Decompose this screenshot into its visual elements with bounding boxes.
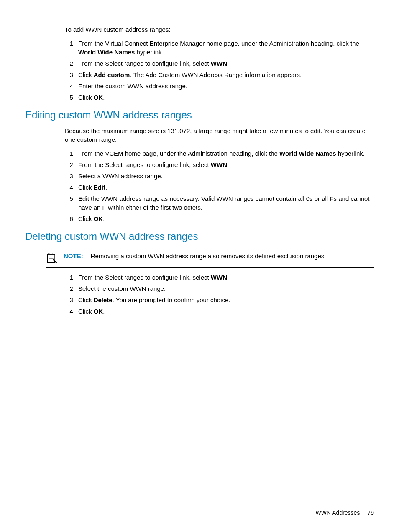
list-item: Click Delete. You are prompted to confir…	[65, 296, 374, 304]
list-item: Click Edit.	[65, 183, 374, 192]
step-text: Click	[78, 308, 94, 315]
list-item: Click OK.	[65, 307, 374, 316]
note-icon	[46, 252, 58, 264]
section1-intro: Because the maximum range size is 131,07…	[65, 126, 374, 144]
step-bold: WWN	[211, 161, 227, 168]
list-item: Edit the WWN address range as necessary.…	[65, 194, 374, 212]
step-bold: World Wide Names	[279, 150, 336, 157]
list-item: From the Select ranges to configure link…	[65, 273, 374, 282]
list-item: Select the custom WWN range.	[65, 284, 374, 293]
note-text: Removing a custom WWN address range also…	[91, 252, 326, 260]
note-content: NOTE:Removing a custom WWN address range…	[64, 252, 374, 260]
step-post: .	[103, 215, 105, 222]
step-bold: OK	[94, 94, 103, 101]
list-item: From the Virtual Connect Enterprise Mana…	[65, 39, 374, 57]
step-text: Click	[78, 184, 94, 191]
section0-steps: From the Virtual Connect Enterprise Mana…	[65, 39, 374, 102]
step-post: .	[103, 308, 105, 315]
step-text: Edit the WWN address range as necessary.…	[78, 195, 369, 211]
step-text: Click	[78, 215, 94, 222]
list-item: Enter the custom WWN address range.	[65, 82, 374, 90]
list-item: Click Add custom. The Add Custom WWN Add…	[65, 70, 374, 79]
step-text: Click	[78, 71, 94, 78]
step-bold: OK	[94, 308, 103, 315]
section1-steps: From the VCEM home page, under the Admin…	[65, 149, 374, 223]
footer-section-title: WWN Addresses	[316, 509, 360, 516]
list-item: Click OK.	[65, 214, 374, 223]
list-item: Select a WWN address range.	[65, 172, 374, 180]
step-text: From the VCEM home page, under the Admin…	[78, 150, 279, 157]
footer-page-number: 79	[367, 509, 374, 516]
step-text: From the Select ranges to configure link…	[78, 161, 211, 168]
svg-rect-0	[48, 254, 55, 262]
section0-intro: To add WWN custom address ranges:	[65, 25, 374, 34]
step-post: .	[103, 94, 105, 101]
list-item: From the Select ranges to configure link…	[65, 160, 374, 169]
step-post: . The Add Custom WWN Address Range infor…	[130, 71, 302, 78]
section2-steps: From the Select ranges to configure link…	[65, 273, 374, 316]
step-text: From the Select ranges to configure link…	[78, 274, 211, 281]
step-post: .	[227, 274, 229, 281]
step-bold: WWN	[211, 274, 227, 281]
step-bold: OK	[94, 215, 103, 222]
step-post: .	[105, 184, 107, 191]
note-block: NOTE:Removing a custom WWN address range…	[46, 248, 374, 268]
list-item: Click OK.	[65, 93, 374, 102]
step-bold: Delete	[94, 296, 113, 303]
heading-editing: Editing custom WWN address ranges	[25, 109, 374, 121]
step-text: Click	[78, 296, 94, 303]
list-item: From the Select ranges to configure link…	[65, 59, 374, 68]
step-post: hyperlink.	[135, 49, 163, 56]
step-text: Select the custom WWN range.	[78, 285, 166, 292]
step-post: .	[227, 161, 229, 168]
step-bold: WWN	[211, 60, 227, 67]
list-item: From the VCEM home page, under the Admin…	[65, 149, 374, 158]
page-footer: WWN Addresses79	[316, 509, 374, 516]
step-post: . You are prompted to confirm your choic…	[113, 296, 230, 303]
step-text: From the Virtual Connect Enterprise Mana…	[78, 40, 359, 47]
step-text: From the Select ranges to configure link…	[78, 60, 211, 67]
step-post: .	[227, 60, 229, 67]
step-bold: World Wide Names	[78, 49, 135, 56]
step-bold: Add custom	[94, 71, 130, 78]
heading-deleting: Deleting custom WWN address ranges	[25, 231, 374, 243]
note-label: NOTE:	[64, 252, 83, 260]
step-text: Enter the custom WWN address range.	[78, 82, 187, 90]
step-bold: Edit	[94, 184, 105, 191]
step-text: Select a WWN address range.	[78, 172, 163, 180]
step-text: Click	[78, 94, 94, 101]
step-post: hyperlink.	[336, 150, 365, 157]
